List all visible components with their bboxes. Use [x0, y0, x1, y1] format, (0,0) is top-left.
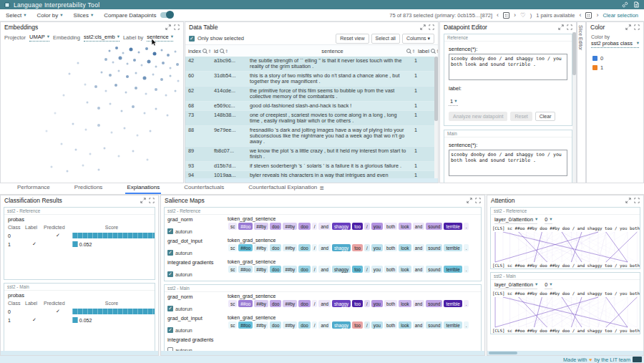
- slices-menu[interactable]: Slices▾: [74, 12, 94, 19]
- maximize-icon[interactable]: [634, 24, 640, 30]
- tab-performance[interactable]: Performance: [16, 183, 52, 194]
- embedding-point[interactable]: [150, 130, 152, 132]
- horizontal-scrollbar[interactable]: [487, 351, 643, 355]
- table-row[interactable]: 73148b38...one of creepiest , scariest m…: [185, 111, 434, 126]
- autorun-checkbox[interactable]: ✓: [167, 306, 173, 311]
- autorun-checkbox[interactable]: ✓: [167, 228, 173, 234]
- scrollbar-thumb[interactable]: [489, 352, 517, 354]
- search-icon[interactable]: [431, 49, 435, 53]
- embedding-point[interactable]: [124, 127, 126, 130]
- embedding-point[interactable]: [97, 124, 100, 127]
- table-row[interactable]: 89fb8c07...we know the plot 's a little …: [185, 147, 434, 162]
- table-row[interactable]: 889e79ee...fresnadillo 's dark and jolti…: [185, 126, 434, 147]
- select-all-button[interactable]: Select all: [371, 34, 400, 44]
- embedding-point[interactable]: [176, 63, 179, 66]
- embedding-point[interactable]: [155, 108, 157, 110]
- embedding-point[interactable]: [167, 54, 170, 57]
- embedding-point[interactable]: [138, 52, 140, 54]
- embedding-point[interactable]: [143, 77, 147, 80]
- embedding-point[interactable]: [105, 90, 107, 92]
- only-show-selected-checkbox[interactable]: ✓: [189, 36, 195, 42]
- projector-select[interactable]: UMAP▾: [29, 34, 49, 42]
- column-label[interactable]: label▲▼: [415, 48, 438, 54]
- minimize-icon[interactable]: [420, 24, 426, 30]
- embedding-point[interactable]: [152, 74, 155, 76]
- embedding-point[interactable]: [118, 155, 120, 158]
- embedding-point[interactable]: [141, 64, 143, 67]
- minimize-icon[interactable]: [140, 198, 146, 203]
- embedding-point[interactable]: [115, 47, 118, 49]
- slice-editor-collapsed[interactable]: Slice Editor: [577, 21, 586, 183]
- embedding-point[interactable]: [109, 74, 112, 77]
- next-datapoint-icon[interactable]: ›: [514, 12, 516, 19]
- embedding-point[interactable]: [109, 50, 111, 52]
- embedding-point[interactable]: [127, 63, 129, 65]
- maximize-icon[interactable]: [174, 24, 180, 30]
- search-icon[interactable]: [220, 49, 224, 53]
- tab-counterfactuals[interactable]: Counterfactuals: [182, 183, 225, 194]
- favorite-icon[interactable]: ♡: [520, 11, 526, 19]
- maximize-icon[interactable]: [567, 24, 572, 30]
- compare-datapoints-toggle[interactable]: [160, 12, 172, 18]
- embedding-point[interactable]: [132, 105, 135, 108]
- embedding-point[interactable]: [97, 107, 100, 110]
- search-icon[interactable]: [203, 49, 207, 53]
- reset-view-button[interactable]: Reset view: [336, 34, 369, 44]
- prev-pair-icon[interactable]: ‹: [579, 12, 581, 19]
- embedding-point[interactable]: [170, 75, 172, 77]
- drag-handle-icon[interactable]: ≡: [320, 184, 324, 192]
- table-row[interactable]: 68e569cc...good old-fashioned slash-and-…: [185, 102, 434, 111]
- embedding-point[interactable]: [162, 62, 165, 64]
- embedding-point[interactable]: [75, 149, 77, 151]
- minimize-icon[interactable]: [165, 24, 171, 30]
- embedding-point[interactable]: [121, 110, 123, 112]
- embedding-point[interactable]: [135, 87, 137, 89]
- column-index[interactable]: index▲▼: [185, 48, 211, 54]
- maximize-icon[interactable]: [429, 24, 434, 30]
- embedding-point[interactable]: [167, 115, 169, 117]
- vertical-scrollbar[interactable]: [572, 32, 576, 183]
- embedding-point[interactable]: [119, 57, 122, 60]
- search-icon[interactable]: [406, 49, 411, 53]
- embedding-point[interactable]: [111, 132, 113, 134]
- embedding-point[interactable]: [130, 48, 133, 52]
- sort-icon[interactable]: ▲▼: [436, 49, 439, 53]
- table-row[interactable]: 62414cde...the primitive force of this f…: [185, 87, 434, 102]
- embedding-point[interactable]: [114, 84, 117, 87]
- embedding-select[interactable]: sst2:cls_emb▾: [84, 34, 119, 42]
- embedding-point[interactable]: [161, 49, 163, 52]
- link-icon[interactable]: [622, 1, 628, 8]
- embedding-point[interactable]: [133, 59, 136, 62]
- docs-icon[interactable]: [633, 1, 640, 8]
- embedding-point[interactable]: [77, 62, 79, 64]
- maximize-icon[interactable]: [149, 198, 155, 203]
- select-menu[interactable]: Select▾: [6, 12, 26, 19]
- head-select[interactable]: 0▾: [545, 281, 552, 289]
- embedding-point[interactable]: [85, 129, 87, 131]
- embedding-point[interactable]: [155, 88, 157, 91]
- embedding-point[interactable]: [165, 95, 167, 97]
- table-row[interactable]: 941019aa...byler reveals his characters …: [185, 171, 434, 178]
- embedding-point[interactable]: [177, 80, 180, 82]
- embedding-point[interactable]: [147, 60, 151, 64]
- embedding-point[interactable]: [145, 47, 148, 50]
- analyze-new-datapoint-button[interactable]: Analyze new datapoint: [449, 112, 507, 121]
- embedding-point[interactable]: [69, 73, 71, 75]
- embedding-point[interactable]: [137, 135, 139, 137]
- embedding-point[interactable]: [104, 147, 106, 150]
- maximize-icon[interactable]: [634, 198, 640, 203]
- clear-selection-link[interactable]: Clear selection: [602, 12, 638, 19]
- table-row[interactable]: 42a1bc96...the subtle strength of `` ell…: [185, 57, 434, 72]
- embedding-point[interactable]: [153, 52, 157, 56]
- embedding-point[interactable]: [132, 150, 135, 153]
- embedding-point[interactable]: [135, 72, 137, 74]
- embedding-point[interactable]: [94, 85, 97, 88]
- embedding-point[interactable]: [122, 52, 125, 54]
- tab-explanations[interactable]: Explanations: [125, 183, 161, 194]
- embedding-point[interactable]: [175, 90, 177, 92]
- embedding-point[interactable]: [109, 103, 112, 105]
- layer-select[interactable]: layer_0/attention▾: [494, 216, 537, 224]
- minimize-icon[interactable]: [625, 198, 631, 203]
- minimize-icon[interactable]: [558, 24, 564, 30]
- table-row[interactable]: 93d15b7d...if steven soderbergh 's ` sol…: [185, 162, 434, 171]
